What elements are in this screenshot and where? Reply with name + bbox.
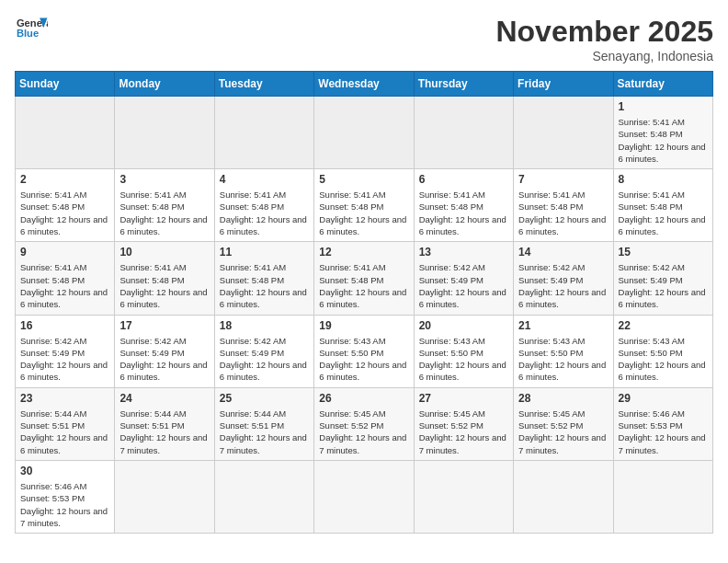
calendar-cell: 8Sunrise: 5:41 AMSunset: 5:48 PMDaylight… <box>613 169 712 242</box>
day-number: 3 <box>119 173 209 186</box>
calendar-cell: 26Sunrise: 5:45 AMSunset: 5:52 PMDayligh… <box>314 387 414 460</box>
day-info: Sunrise: 5:42 AMSunset: 5:49 PMDaylight:… <box>119 335 209 384</box>
day-number: 19 <box>319 319 408 332</box>
calendar-cell: 4Sunrise: 5:41 AMSunset: 5:48 PMDaylight… <box>214 169 313 242</box>
calendar-cell: 2Sunrise: 5:41 AMSunset: 5:48 PMDaylight… <box>16 169 115 242</box>
day-number: 21 <box>518 319 608 332</box>
day-info: Sunrise: 5:41 AMSunset: 5:48 PMDaylight:… <box>20 261 109 310</box>
calendar-cell: 21Sunrise: 5:43 AMSunset: 5:50 PMDayligh… <box>514 315 613 387</box>
weekday-header: Thursday <box>414 72 513 97</box>
logo: General Blue <box>15 15 48 40</box>
calendar-cell <box>314 97 414 169</box>
calendar-cell: 7Sunrise: 5:41 AMSunset: 5:48 PMDaylight… <box>514 169 613 242</box>
weekday-header: Friday <box>514 72 613 97</box>
day-info: Sunrise: 5:43 AMSunset: 5:50 PMDaylight:… <box>419 335 508 384</box>
title-block: November 2025 Senayang, Indonesia <box>495 15 713 63</box>
day-info: Sunrise: 5:46 AMSunset: 5:53 PMDaylight:… <box>619 408 708 456</box>
day-info: Sunrise: 5:45 AMSunset: 5:52 PMDaylight:… <box>518 408 608 456</box>
day-info: Sunrise: 5:42 AMSunset: 5:49 PMDaylight:… <box>220 335 309 384</box>
day-number: 28 <box>518 392 608 405</box>
day-info: Sunrise: 5:43 AMSunset: 5:50 PMDaylight:… <box>619 335 708 384</box>
calendar-week-row: 23Sunrise: 5:44 AMSunset: 5:51 PMDayligh… <box>16 387 713 460</box>
day-number: 20 <box>419 319 508 332</box>
day-info: Sunrise: 5:41 AMSunset: 5:48 PMDaylight:… <box>619 189 708 237</box>
calendar-cell <box>214 460 313 533</box>
calendar-cell: 27Sunrise: 5:45 AMSunset: 5:52 PMDayligh… <box>414 387 513 460</box>
day-number: 22 <box>619 319 708 332</box>
calendar-week-row: 30Sunrise: 5:46 AMSunset: 5:53 PMDayligh… <box>16 460 713 533</box>
day-info: Sunrise: 5:41 AMSunset: 5:48 PMDaylight:… <box>119 261 209 310</box>
calendar-week-row: 1Sunrise: 5:41 AMSunset: 5:48 PMDaylight… <box>16 97 713 169</box>
day-number: 29 <box>619 392 708 405</box>
weekday-header: Sunday <box>16 72 115 97</box>
calendar-cell: 16Sunrise: 5:42 AMSunset: 5:49 PMDayligh… <box>16 315 115 387</box>
calendar-cell: 3Sunrise: 5:41 AMSunset: 5:48 PMDaylight… <box>115 169 214 242</box>
day-info: Sunrise: 5:45 AMSunset: 5:52 PMDaylight:… <box>419 408 508 456</box>
day-info: Sunrise: 5:43 AMSunset: 5:50 PMDaylight:… <box>518 335 608 384</box>
calendar-cell <box>115 97 214 169</box>
calendar-cell: 12Sunrise: 5:41 AMSunset: 5:48 PMDayligh… <box>314 242 414 315</box>
day-number: 8 <box>619 173 708 186</box>
calendar-week-row: 16Sunrise: 5:42 AMSunset: 5:49 PMDayligh… <box>16 315 713 387</box>
calendar-cell: 24Sunrise: 5:44 AMSunset: 5:51 PMDayligh… <box>115 387 214 460</box>
day-number: 15 <box>619 246 708 259</box>
logo-icon: General Blue <box>15 15 48 40</box>
day-number: 16 <box>20 319 109 332</box>
calendar-table: SundayMondayTuesdayWednesdayThursdayFrid… <box>15 71 713 534</box>
calendar-cell: 28Sunrise: 5:45 AMSunset: 5:52 PMDayligh… <box>514 387 613 460</box>
month-title: November 2025 <box>495 15 713 49</box>
calendar-cell: 25Sunrise: 5:44 AMSunset: 5:51 PMDayligh… <box>214 387 313 460</box>
calendar-cell: 18Sunrise: 5:42 AMSunset: 5:49 PMDayligh… <box>214 315 313 387</box>
day-number: 11 <box>220 246 309 259</box>
calendar-cell <box>414 97 513 169</box>
day-info: Sunrise: 5:43 AMSunset: 5:50 PMDaylight:… <box>319 335 408 384</box>
calendar-cell: 22Sunrise: 5:43 AMSunset: 5:50 PMDayligh… <box>613 315 712 387</box>
calendar-cell: 14Sunrise: 5:42 AMSunset: 5:49 PMDayligh… <box>514 242 613 315</box>
day-number: 27 <box>419 392 508 405</box>
calendar-cell: 9Sunrise: 5:41 AMSunset: 5:48 PMDaylight… <box>16 242 115 315</box>
day-info: Sunrise: 5:41 AMSunset: 5:48 PMDaylight:… <box>518 189 608 237</box>
day-number: 30 <box>20 465 109 477</box>
day-number: 1 <box>619 100 708 113</box>
weekday-header-row: SundayMondayTuesdayWednesdayThursdayFrid… <box>16 72 713 97</box>
calendar-cell: 30Sunrise: 5:46 AMSunset: 5:53 PMDayligh… <box>16 460 115 533</box>
svg-text:Blue: Blue <box>17 28 39 39</box>
weekday-header: Tuesday <box>214 72 313 97</box>
day-number: 23 <box>20 392 109 405</box>
calendar-cell: 10Sunrise: 5:41 AMSunset: 5:48 PMDayligh… <box>115 242 214 315</box>
calendar-cell <box>514 97 613 169</box>
day-number: 24 <box>119 392 209 405</box>
weekday-header: Monday <box>115 72 214 97</box>
day-number: 4 <box>220 173 309 186</box>
day-info: Sunrise: 5:41 AMSunset: 5:48 PMDaylight:… <box>319 261 408 310</box>
day-number: 10 <box>119 246 209 259</box>
calendar-week-row: 9Sunrise: 5:41 AMSunset: 5:48 PMDaylight… <box>16 242 713 315</box>
day-info: Sunrise: 5:41 AMSunset: 5:48 PMDaylight:… <box>319 189 408 237</box>
calendar-cell <box>115 460 214 533</box>
day-info: Sunrise: 5:44 AMSunset: 5:51 PMDaylight:… <box>220 408 309 456</box>
calendar-cell <box>314 460 414 533</box>
calendar-cell: 1Sunrise: 5:41 AMSunset: 5:48 PMDaylight… <box>613 97 712 169</box>
day-info: Sunrise: 5:42 AMSunset: 5:49 PMDaylight:… <box>20 335 109 384</box>
day-number: 7 <box>518 173 608 186</box>
day-number: 14 <box>518 246 608 259</box>
day-info: Sunrise: 5:45 AMSunset: 5:52 PMDaylight:… <box>319 408 408 456</box>
day-number: 2 <box>20 173 109 186</box>
day-number: 17 <box>119 319 209 332</box>
day-number: 25 <box>220 392 309 405</box>
calendar-cell: 13Sunrise: 5:42 AMSunset: 5:49 PMDayligh… <box>414 242 513 315</box>
day-number: 26 <box>319 392 408 405</box>
day-info: Sunrise: 5:42 AMSunset: 5:49 PMDaylight:… <box>619 261 708 310</box>
day-info: Sunrise: 5:44 AMSunset: 5:51 PMDaylight:… <box>119 408 209 456</box>
calendar-cell <box>414 460 513 533</box>
day-number: 9 <box>20 246 109 259</box>
calendar-cell: 5Sunrise: 5:41 AMSunset: 5:48 PMDaylight… <box>314 169 414 242</box>
day-number: 18 <box>220 319 309 332</box>
day-info: Sunrise: 5:42 AMSunset: 5:49 PMDaylight:… <box>419 261 508 310</box>
calendar-week-row: 2Sunrise: 5:41 AMSunset: 5:48 PMDaylight… <box>16 169 713 242</box>
calendar-cell <box>613 460 712 533</box>
day-info: Sunrise: 5:41 AMSunset: 5:48 PMDaylight:… <box>419 189 508 237</box>
day-number: 12 <box>319 246 408 259</box>
day-info: Sunrise: 5:41 AMSunset: 5:48 PMDaylight:… <box>220 261 309 310</box>
calendar-cell: 6Sunrise: 5:41 AMSunset: 5:48 PMDaylight… <box>414 169 513 242</box>
